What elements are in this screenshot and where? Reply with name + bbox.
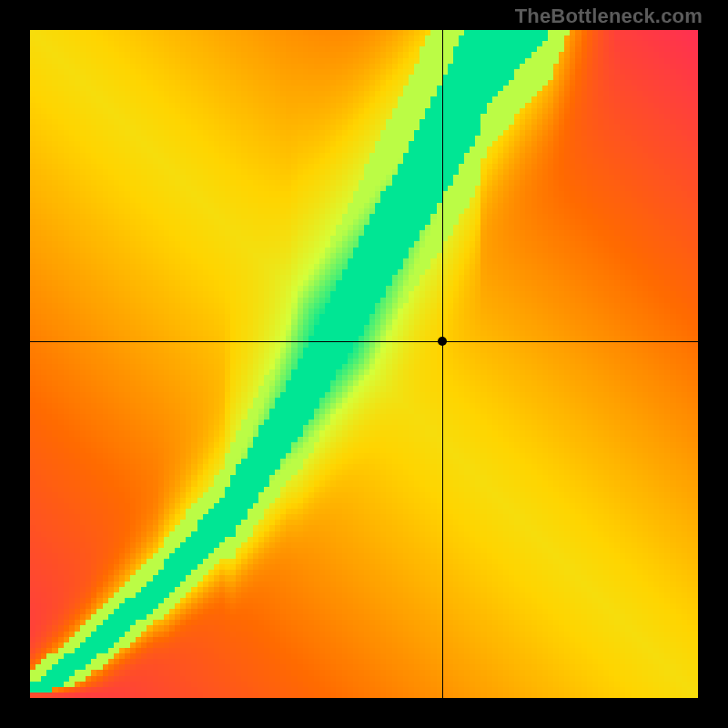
heatmap-canvas bbox=[30, 30, 698, 698]
watermark-text: TheBottleneck.com bbox=[515, 5, 703, 28]
crosshair-horizontal bbox=[30, 341, 698, 342]
crosshair-marker-dot bbox=[438, 337, 447, 346]
chart-frame: TheBottleneck.com bbox=[0, 0, 728, 728]
crosshair-vertical bbox=[442, 30, 443, 698]
